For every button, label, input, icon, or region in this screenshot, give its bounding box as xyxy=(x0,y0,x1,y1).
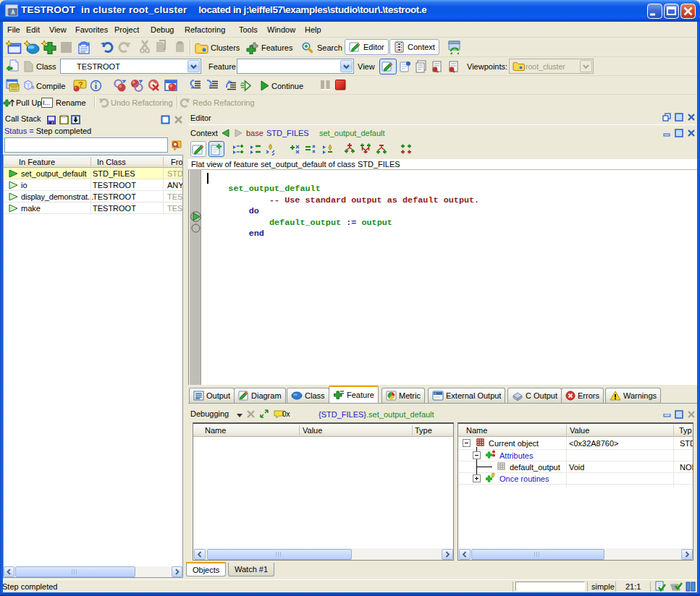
svg-text:I...: I... xyxy=(43,99,50,106)
svg-text:>_: >_ xyxy=(434,392,439,396)
